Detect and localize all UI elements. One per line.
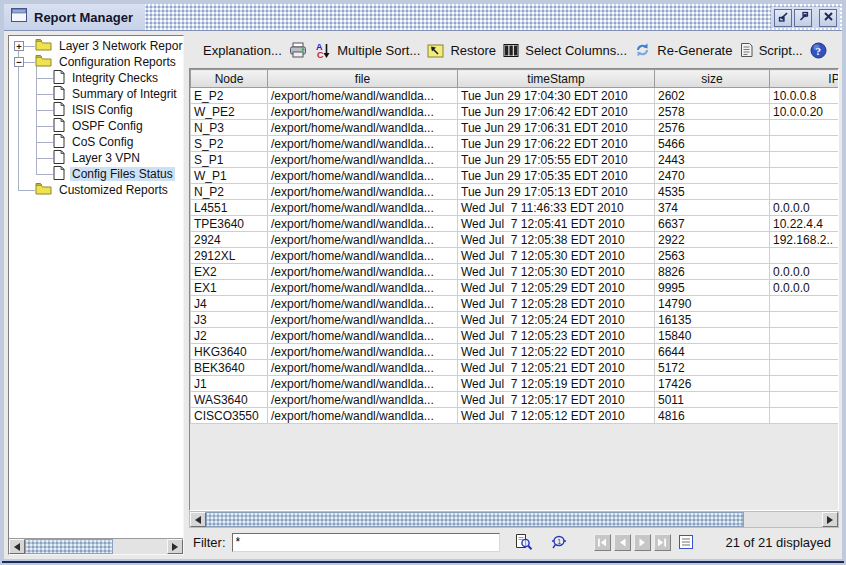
cell-size[interactable]: 17426 <box>655 376 770 392</box>
tree-scrollbar-thumb[interactable] <box>25 539 113 554</box>
table-row-s-p1[interactable]: S_P1/export/home/wandl/wandlda...Tue Jun… <box>191 152 840 168</box>
table-row-w-p1[interactable]: W_P1/export/home/wandl/wandlda...Tue Jun… <box>191 168 840 184</box>
cell-file[interactable]: /export/home/wandl/wandlda... <box>268 264 458 280</box>
table-row-bek3640[interactable]: BEK3640/export/home/wandl/wandlda...Wed … <box>191 360 840 376</box>
cell-timestamp[interactable]: Wed Jul 7 12:05:41 EDT 2010 <box>458 216 655 232</box>
cell-size[interactable]: 2922 <box>655 232 770 248</box>
cell-ip[interactable]: 0.0.0.0 <box>770 200 840 216</box>
cell-timestamp[interactable]: Wed Jul 7 11:46:33 EDT 2010 <box>458 200 655 216</box>
last-page-button[interactable] <box>654 534 671 551</box>
cell-size[interactable]: 4535 <box>655 184 770 200</box>
cell-node[interactable]: S_P2 <box>191 136 268 152</box>
cell-file[interactable]: /export/home/wandl/wandlda... <box>268 328 458 344</box>
cell-node[interactable]: S_P1 <box>191 152 268 168</box>
cell-node[interactable]: BEK3640 <box>191 360 268 376</box>
cell-ip[interactable] <box>770 184 840 200</box>
table-row-j3[interactable]: J3/export/home/wandl/wandlda...Wed Jul 7… <box>191 312 840 328</box>
table-scroll-left-button[interactable] <box>190 512 206 527</box>
minimize-button[interactable] <box>774 9 792 27</box>
cell-size[interactable]: 374 <box>655 200 770 216</box>
table-row-w-pe2[interactable]: W_PE2/export/home/wandl/wandlda...Tue Ju… <box>191 104 840 120</box>
tree-item-config-files-status[interactable]: Config Files Status <box>9 166 183 182</box>
cell-file[interactable]: /export/home/wandl/wandlda... <box>268 280 458 296</box>
table-row-n-p2[interactable]: N_P2/export/home/wandl/wandlda...Tue Jun… <box>191 184 840 200</box>
cell-node[interactable]: N_P2 <box>191 184 268 200</box>
first-page-button[interactable] <box>594 534 611 551</box>
window-titlebar[interactable]: Report Manager <box>4 4 842 31</box>
cell-node[interactable]: W_P1 <box>191 168 268 184</box>
table-row-was3640[interactable]: WAS3640/export/home/wandl/wandlda...Wed … <box>191 392 840 408</box>
cell-ip[interactable] <box>770 152 840 168</box>
cell-timestamp[interactable]: Wed Jul 7 12:05:24 EDT 2010 <box>458 312 655 328</box>
cell-ip[interactable]: 0.0.0.0 <box>770 264 840 280</box>
cell-size[interactable]: 2576 <box>655 120 770 136</box>
table-row-s-p2[interactable]: S_P2/export/home/wandl/wandlda...Tue Jun… <box>191 136 840 152</box>
col-header-file[interactable]: file <box>268 70 458 88</box>
previous-page-button[interactable] <box>614 534 631 551</box>
toolbar-button-multiple-sort[interactable]: ACMultiple Sort... <box>315 42 420 59</box>
table-row-2912xl[interactable]: 2912XL/export/home/wandl/wandlda...Wed J… <box>191 248 840 264</box>
table-scrollbar-thumb[interactable] <box>206 512 744 527</box>
cell-ip[interactable] <box>770 376 840 392</box>
table-scroll-right-button[interactable] <box>822 512 838 527</box>
cell-ip[interactable] <box>770 120 840 136</box>
cell-timestamp[interactable]: Wed Jul 7 12:05:29 EDT 2010 <box>458 280 655 296</box>
cell-timestamp[interactable]: Wed Jul 7 12:05:21 EDT 2010 <box>458 360 655 376</box>
cell-timestamp[interactable]: Wed Jul 7 12:05:38 EDT 2010 <box>458 232 655 248</box>
cell-timestamp[interactable]: Tue Jun 29 17:06:31 EDT 2010 <box>458 120 655 136</box>
toolbar-button-printer-icon[interactable] <box>289 42 308 58</box>
cell-node[interactable]: EX1 <box>191 280 268 296</box>
cell-timestamp[interactable]: Tue Jun 29 17:06:22 EDT 2010 <box>458 136 655 152</box>
cell-node[interactable]: WAS3640 <box>191 392 268 408</box>
table-row-hkg3640[interactable]: HKG3640/export/home/wandl/wandlda...Wed … <box>191 344 840 360</box>
cell-ip[interactable] <box>770 136 840 152</box>
collapse-toggle-configuration-reports[interactable]: − <box>14 57 24 67</box>
cell-node[interactable]: CISCO3550 <box>191 408 268 424</box>
cell-node[interactable]: 2924 <box>191 232 268 248</box>
cell-file[interactable]: /export/home/wandl/wandlda... <box>268 184 458 200</box>
col-header-timestamp[interactable]: timeStamp <box>458 70 655 88</box>
cell-node[interactable]: J4 <box>191 296 268 312</box>
table-row-n-p3[interactable]: N_P3/export/home/wandl/wandlda...Tue Jun… <box>191 120 840 136</box>
tree-item-integrity-checks[interactable]: Integrity Checks <box>9 70 183 86</box>
cell-timestamp[interactable]: Wed Jul 7 12:05:23 EDT 2010 <box>458 328 655 344</box>
cell-timestamp[interactable]: Wed Jul 7 12:05:30 EDT 2010 <box>458 248 655 264</box>
cell-ip[interactable] <box>770 392 840 408</box>
table-horizontal-scrollbar[interactable] <box>189 511 839 528</box>
list-view-icon[interactable] <box>679 535 693 549</box>
cell-timestamp[interactable]: Tue Jun 29 17:06:42 EDT 2010 <box>458 104 655 120</box>
close-button[interactable] <box>819 9 837 27</box>
cell-size[interactable]: 2443 <box>655 152 770 168</box>
cell-timestamp[interactable]: Tue Jun 29 17:05:55 EDT 2010 <box>458 152 655 168</box>
tree-item-customized-reports[interactable]: Customized Reports <box>9 182 183 198</box>
toolbar-button-re-generate[interactable]: Re-Generate <box>634 42 732 58</box>
cell-file[interactable]: /export/home/wandl/wandlda... <box>268 136 458 152</box>
table-row-ex2[interactable]: EX2/export/home/wandl/wandlda...Wed Jul … <box>191 264 840 280</box>
cell-node[interactable]: L4551 <box>191 200 268 216</box>
table-row-j2[interactable]: J2/export/home/wandl/wandlda...Wed Jul 7… <box>191 328 840 344</box>
cell-size[interactable]: 5011 <box>655 392 770 408</box>
cell-size[interactable]: 6637 <box>655 216 770 232</box>
cell-timestamp[interactable]: Wed Jul 7 12:05:28 EDT 2010 <box>458 296 655 312</box>
cell-node[interactable]: J3 <box>191 312 268 328</box>
table-row-j4[interactable]: J4/export/home/wandl/wandlda...Wed Jul 7… <box>191 296 840 312</box>
cell-file[interactable]: /export/home/wandl/wandlda... <box>268 392 458 408</box>
next-page-button[interactable] <box>634 534 651 551</box>
cell-file[interactable]: /export/home/wandl/wandlda... <box>268 296 458 312</box>
tree-item-isis-config[interactable]: ISIS Config <box>9 102 183 118</box>
find-in-table-icon[interactable] <box>514 533 534 552</box>
cell-file[interactable]: /export/home/wandl/wandlda... <box>268 216 458 232</box>
cell-node[interactable]: HKG3640 <box>191 344 268 360</box>
cell-file[interactable]: /export/home/wandl/wandlda... <box>268 168 458 184</box>
cell-size[interactable]: 5466 <box>655 136 770 152</box>
cell-ip[interactable]: 0.0.0.0 <box>770 280 840 296</box>
tree-scroll-left-button[interactable] <box>9 539 25 554</box>
cell-ip[interactable] <box>770 296 840 312</box>
cell-file[interactable]: /export/home/wandl/wandlda... <box>268 344 458 360</box>
cell-ip[interactable] <box>770 312 840 328</box>
table-row-j1[interactable]: J1/export/home/wandl/wandlda...Wed Jul 7… <box>191 376 840 392</box>
cell-file[interactable]: /export/home/wandl/wandlda... <box>268 152 458 168</box>
cell-size[interactable]: 6644 <box>655 344 770 360</box>
cell-size[interactable]: 9995 <box>655 280 770 296</box>
cell-size[interactable]: 2602 <box>655 88 770 104</box>
